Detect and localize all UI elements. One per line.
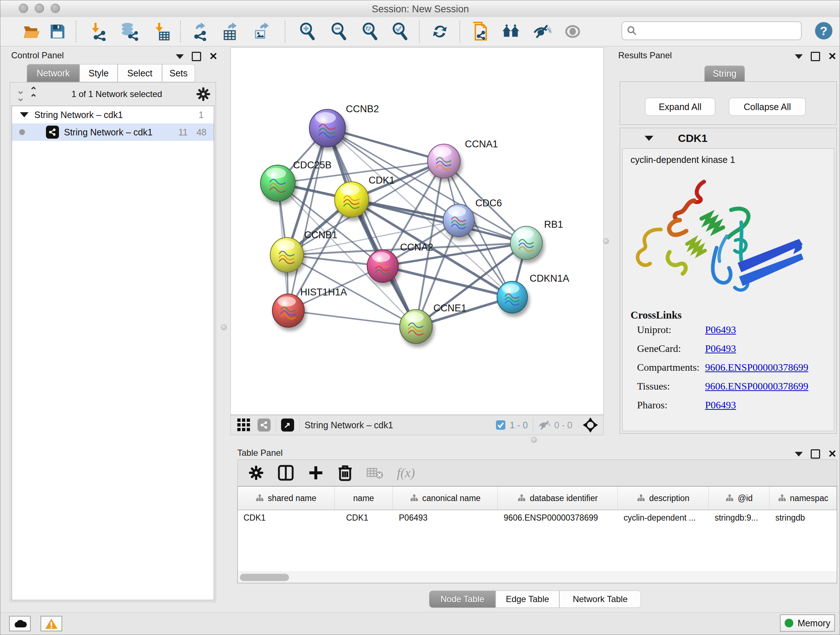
function-builder-button[interactable]: f(x) xyxy=(397,465,415,480)
network-node-CCNB2[interactable] xyxy=(309,109,346,147)
column-header-shared-name[interactable]: shared name xyxy=(238,486,335,510)
import-network-from-database-icon[interactable] xyxy=(120,22,139,41)
network-view-mode-icon[interactable] xyxy=(257,418,271,432)
network-node-CDK1[interactable] xyxy=(335,182,369,217)
hide-selected-eye-slash-icon[interactable] xyxy=(533,22,552,41)
warnings-button[interactable] xyxy=(41,616,62,631)
network-node-CDC6[interactable] xyxy=(443,204,474,237)
cloud-status-button[interactable] xyxy=(9,616,31,631)
network-node-HIST1H1A[interactable] xyxy=(272,294,304,327)
results-panel-menu-icon[interactable] xyxy=(795,54,803,59)
add-column-icon[interactable] xyxy=(308,465,324,481)
results-panel-float-icon[interactable] xyxy=(811,52,820,61)
control-panel-menu-icon[interactable] xyxy=(176,54,184,59)
export-table-icon[interactable] xyxy=(221,22,240,41)
tab-sets[interactable]: Sets xyxy=(162,64,195,82)
search-input[interactable] xyxy=(640,25,797,36)
crosslink-link[interactable]: P06493 xyxy=(705,399,736,411)
column-header-name[interactable]: name xyxy=(335,486,393,510)
import-table-icon[interactable] xyxy=(152,22,171,41)
collapse-all-chevron-icon[interactable]: ⌄⌄ xyxy=(17,87,25,101)
table-cell[interactable]: CDK1 xyxy=(238,513,335,523)
table-panel-menu-icon[interactable] xyxy=(795,452,803,456)
zoom-in-icon[interactable] xyxy=(297,22,316,41)
export-network-icon[interactable] xyxy=(191,22,210,41)
grid-view-icon[interactable] xyxy=(237,418,251,432)
network-options-gear-icon[interactable] xyxy=(196,87,210,101)
results-panel-close-icon[interactable]: ✕ xyxy=(828,53,836,60)
crosslink-link[interactable]: P06493 xyxy=(705,324,736,336)
help-button[interactable]: ? xyxy=(815,22,832,40)
network-node-CCNA1[interactable] xyxy=(428,144,460,178)
column-header-database-identifier[interactable]: database identifier xyxy=(498,486,618,510)
expand-all-chevron-icon[interactable]: ⌃⌃ xyxy=(30,87,38,101)
table-row[interactable]: CDK1CDK1P064939606.ENSP00000378699cyclin… xyxy=(238,510,837,526)
save-session-icon[interactable] xyxy=(48,22,67,41)
import-network-icon[interactable] xyxy=(89,22,108,41)
tab-select[interactable]: Select xyxy=(118,64,162,82)
table-cell[interactable]: 9606.ENSP00000378699 xyxy=(498,513,618,523)
table-panel-float-icon[interactable] xyxy=(811,449,820,459)
network-collection-row[interactable]: String Network – cdk1 1 xyxy=(12,106,214,124)
network-node-RB1[interactable] xyxy=(510,226,542,260)
delete-column-trash-icon[interactable] xyxy=(338,464,353,481)
column-header-description[interactable]: description xyxy=(618,486,709,510)
crosslink-link[interactable]: P06493 xyxy=(705,343,736,355)
column-header-namespac[interactable]: namespac xyxy=(769,486,837,510)
control-panel-float-icon[interactable] xyxy=(192,52,201,61)
left-splitter-handle[interactable] xyxy=(221,325,227,330)
network-node-CDC25B[interactable] xyxy=(261,165,295,201)
table-cell[interactable]: stringdb:9... xyxy=(709,513,769,523)
tree-expander-icon[interactable] xyxy=(20,112,28,117)
network-graph[interactable]: CCNB2CCNA1CDC25BCDK1CDC6RB1CCNB1CCNA2CDK… xyxy=(231,48,603,415)
detach-view-icon[interactable] xyxy=(281,418,294,432)
tab-string-results[interactable]: String xyxy=(704,65,745,82)
scrollbar-thumb[interactable] xyxy=(240,574,289,581)
horizontal-splitter-handle[interactable] xyxy=(531,437,537,443)
hidden-eye-slash-icon xyxy=(538,420,551,431)
zoom-selected-icon[interactable] xyxy=(390,22,409,41)
tab-node-table[interactable]: Node Table xyxy=(429,591,496,608)
network-node-CCNB1[interactable] xyxy=(270,238,303,272)
tab-edge-table[interactable]: Edge Table xyxy=(496,591,559,608)
network-edge[interactable] xyxy=(383,266,512,297)
network-node-CCNE1[interactable] xyxy=(400,310,432,344)
table-cell[interactable]: CDK1 xyxy=(335,513,393,523)
crosslink-link[interactable]: 9606.ENSP00000378699 xyxy=(705,362,808,373)
first-neighbors-document-icon[interactable] xyxy=(471,22,489,41)
birdseye-navigator-icon[interactable] xyxy=(583,417,598,433)
control-panel-close-icon[interactable]: ✕ xyxy=(209,53,218,60)
memory-button[interactable]: Memory xyxy=(780,614,835,632)
home-neighborhood-icon[interactable] xyxy=(502,22,521,41)
entry-collapse-icon[interactable] xyxy=(645,136,653,141)
table-cell[interactable]: stringdb xyxy=(769,513,837,523)
network-node-CDKN1A[interactable] xyxy=(497,281,527,313)
tab-network[interactable]: Network xyxy=(27,64,80,82)
show-columns-icon[interactable] xyxy=(278,464,294,481)
zoom-out-icon[interactable] xyxy=(329,22,347,41)
network-row[interactable]: String Network – cdk1 11 48 xyxy=(12,124,214,141)
table-cell[interactable]: cyclin-dependent ... xyxy=(618,513,709,523)
network-edge[interactable] xyxy=(288,310,416,326)
column-header-canonical-name[interactable]: canonical name xyxy=(393,486,498,510)
tab-network-table[interactable]: Network Table xyxy=(559,591,641,608)
refresh-layout-icon[interactable] xyxy=(431,22,449,41)
network-view-canvas[interactable]: CCNB2CCNA1CDC25BCDK1CDC6RB1CCNB1CCNA2CDK… xyxy=(231,48,604,415)
network-edge[interactable] xyxy=(288,128,327,310)
expand-all-button[interactable]: Expand All xyxy=(645,98,715,116)
table-options-gear-icon[interactable] xyxy=(248,465,264,480)
zoom-fit-icon[interactable] xyxy=(360,22,379,41)
table-cell[interactable]: P06493 xyxy=(393,513,498,523)
export-image-icon[interactable] xyxy=(252,22,271,41)
column-header--id[interactable]: @id xyxy=(709,486,769,510)
network-node-CCNA2[interactable] xyxy=(367,250,398,282)
selected-checkbox-icon[interactable] xyxy=(495,420,506,431)
table-horizontal-scrollbar[interactable] xyxy=(238,572,837,583)
collapse-all-button[interactable]: Collapse All xyxy=(729,98,806,116)
crosslink-link[interactable]: 9606.ENSP00000378699 xyxy=(705,380,808,392)
table-panel-close-icon[interactable]: ✕ xyxy=(828,450,836,458)
right-splitter-handle[interactable] xyxy=(603,238,609,244)
open-file-icon[interactable] xyxy=(22,22,41,41)
show-all-eye-icon[interactable] xyxy=(563,22,582,41)
tab-style[interactable]: Style xyxy=(80,64,118,82)
